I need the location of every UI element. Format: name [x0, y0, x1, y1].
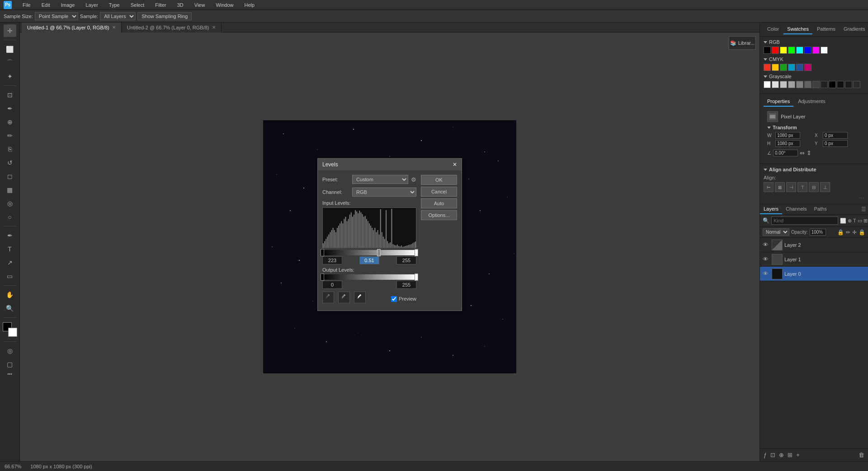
black-output-slider[interactable] — [321, 273, 324, 281]
swatch-blue[interactable] — [804, 47, 811, 54]
swatch-white[interactable] — [821, 47, 828, 54]
eyedropper-tool[interactable]: ✒ — [4, 102, 16, 115]
layer-row-0[interactable]: 👁 Layer 0 — [760, 267, 868, 281]
lock-pixels-icon[interactable]: ✏ — [846, 229, 850, 236]
preset-select[interactable]: Custom — [352, 175, 408, 184]
lock-position-icon[interactable]: ✛ — [852, 229, 857, 236]
crop-tool[interactable]: ⊡ — [4, 89, 16, 101]
width-input[interactable] — [775, 132, 800, 139]
align-right-button[interactable]: ⊣ — [786, 182, 796, 192]
more-tools[interactable]: ••• — [7, 372, 12, 377]
zoom-tool[interactable]: 🔍 — [4, 302, 16, 315]
tab-patterns[interactable]: Patterns — [813, 24, 839, 34]
tab-channels[interactable]: Channels — [782, 204, 810, 214]
new-layer-icon[interactable]: + — [795, 451, 801, 459]
black-input-field[interactable] — [322, 256, 342, 264]
filter-adjustment-icon[interactable]: ⊕ — [848, 218, 852, 224]
swatch-gs-dark1[interactable] — [845, 81, 852, 88]
clone-tool[interactable]: ⎘ — [4, 143, 16, 155]
levels-title-bar[interactable]: Levels ✕ — [318, 159, 462, 170]
filter-type-icon[interactable]: T — [853, 218, 856, 224]
menu-window[interactable]: Window — [214, 1, 235, 9]
swatch-gs-3[interactable] — [780, 81, 787, 88]
angle-input[interactable] — [773, 150, 798, 156]
gray-eyedropper[interactable] — [338, 292, 350, 303]
marquee-tool[interactable]: ⬜ — [4, 43, 16, 56]
create-group-icon[interactable]: ⊞ — [787, 451, 793, 459]
black-output-field[interactable] — [322, 281, 342, 289]
menu-help[interactable]: Help — [243, 1, 257, 9]
swatch-gs-6[interactable] — [804, 81, 811, 88]
filter-smartobj-icon[interactable]: ⊞ — [863, 218, 868, 224]
menu-layer[interactable]: Layer — [84, 1, 100, 9]
opacity-input[interactable] — [810, 229, 826, 236]
options-button[interactable]: Options... — [421, 210, 457, 220]
add-style-icon[interactable]: ƒ — [763, 451, 768, 459]
swatch-cmyk-green[interactable] — [780, 64, 787, 71]
swatch-gs-8[interactable] — [821, 81, 828, 88]
layers-search-input[interactable] — [771, 217, 838, 225]
layer-0-visibility[interactable]: 👁 — [763, 270, 770, 277]
background-color[interactable] — [8, 328, 17, 337]
white-output-field[interactable] — [396, 281, 416, 289]
quick-select-tool[interactable]: ✦ — [4, 70, 16, 83]
blur-tool[interactable]: ◎ — [4, 197, 16, 210]
tab-gradients[interactable]: Gradients — [840, 24, 868, 34]
swatch-gs-1[interactable] — [764, 81, 771, 88]
menu-3d[interactable]: 3D — [175, 1, 185, 9]
swatch-magenta[interactable] — [812, 47, 820, 54]
align-middle-v-button[interactable]: ⊟ — [809, 182, 819, 192]
ok-button[interactable]: OK — [421, 175, 457, 185]
auto-button[interactable]: Auto — [421, 198, 457, 208]
tab-adjustments[interactable]: Adjustments — [794, 97, 829, 107]
levels-close-button[interactable]: ✕ — [453, 161, 457, 168]
height-input[interactable] — [775, 140, 800, 147]
align-section-header[interactable]: Align and Distribute — [764, 167, 864, 172]
flip-vertical-icon[interactable]: ⇕ — [807, 150, 811, 156]
tab-properties[interactable]: Properties — [764, 97, 793, 107]
tab-1[interactable]: Untitled-2 @ 66.7% (Layer 0, RGB/8) ✕ — [122, 23, 222, 33]
menu-edit[interactable]: Edit — [40, 1, 52, 9]
white-eyedropper[interactable] — [354, 292, 366, 303]
channel-select[interactable]: RGB — [352, 188, 416, 197]
swatch-cmyk-magenta[interactable] — [804, 64, 811, 71]
brush-tool[interactable]: ✏ — [4, 129, 16, 142]
shape-tool[interactable]: ▭ — [4, 270, 16, 283]
blend-mode-select[interactable]: Normal — [763, 228, 789, 236]
tab-paths[interactable]: Paths — [811, 204, 830, 214]
swatch-cmyk-cyan[interactable] — [788, 64, 795, 71]
path-select-tool[interactable]: ↗ — [4, 256, 16, 269]
tab-color[interactable]: Color — [764, 24, 783, 34]
align-center-h-button[interactable]: ⊠ — [775, 182, 785, 192]
layers-panel-menu[interactable]: ☰ — [859, 204, 868, 214]
transform-section-header[interactable]: Transform — [767, 125, 861, 130]
align-top-button[interactable]: ⊤ — [797, 182, 807, 192]
layer-row-2[interactable]: 👁 Layer 2 — [760, 238, 868, 252]
swatch-gs-2[interactable] — [772, 81, 779, 88]
y-input[interactable] — [823, 140, 848, 147]
add-mask-icon[interactable]: ⊡ — [769, 451, 776, 459]
layer-row-1[interactable]: 👁 Layer 1 — [760, 252, 868, 267]
delete-layer-icon[interactable]: 🗑 — [858, 451, 865, 459]
add-adjustment-icon[interactable]: ⊕ — [778, 451, 785, 459]
lock-transparent-icon[interactable]: 🔒 — [837, 229, 844, 236]
tab-swatches[interactable]: Swatches — [783, 24, 812, 34]
pen-tool[interactable]: ✒ — [4, 229, 16, 242]
swatch-cmyk-yellow[interactable] — [772, 64, 779, 71]
swatch-gs-10[interactable] — [837, 81, 844, 88]
tab-layers[interactable]: Layers — [760, 204, 782, 214]
history-brush[interactable]: ↺ — [4, 156, 16, 169]
healing-tool[interactable]: ⊕ — [4, 116, 16, 128]
white-input-field[interactable] — [396, 256, 416, 264]
quick-mask-tool[interactable]: ◎ — [4, 344, 16, 357]
x-input[interactable] — [823, 132, 848, 139]
gradient-tool[interactable]: ▦ — [4, 184, 16, 196]
black-point-slider[interactable] — [321, 249, 324, 256]
white-point-slider[interactable] — [415, 249, 418, 256]
cmyk-section-label[interactable]: CMYK — [764, 57, 864, 62]
color-swatch[interactable] — [3, 322, 17, 337]
filter-shape-icon[interactable]: ▭ — [858, 218, 862, 224]
tab-0-close[interactable]: ✕ — [112, 25, 116, 30]
preview-checkbox-label[interactable]: Preview — [391, 296, 416, 301]
screen-mode-tool[interactable]: ▢ — [4, 358, 16, 371]
